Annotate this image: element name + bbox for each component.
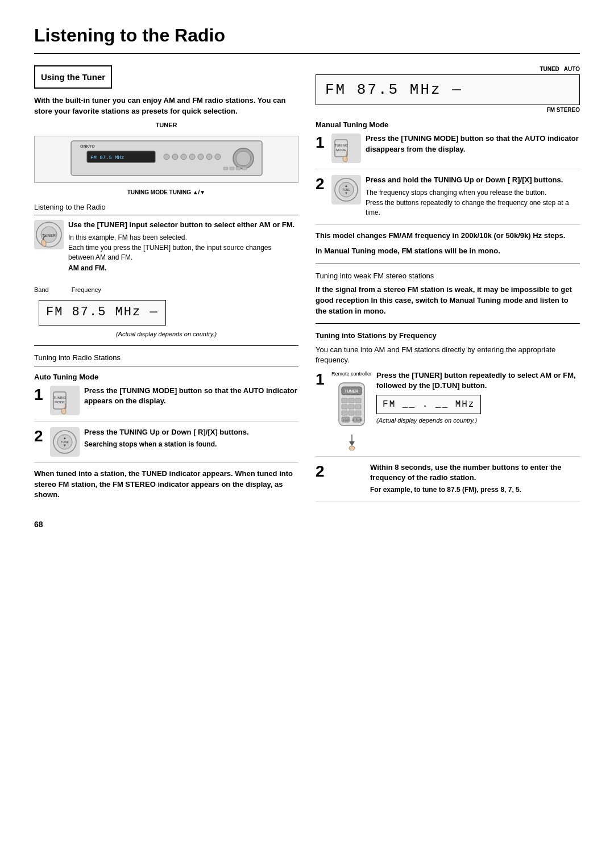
svg-rect-47 [355,404,361,409]
manual-step2-number: 2 [316,176,327,192]
tuned-auto-labels: TUNED AUTO [316,65,580,73]
freq-step2-number: 2 [316,464,327,479]
svg-text:TUNER: TUNER [345,389,358,393]
auto-step1-bold: Press the [TUNING MODE] button so that t… [84,386,298,406]
left-fm-display: FM 87.5 MHz — [39,300,166,326]
left-fm-display-wrapper: FM 87.5 MHz — [39,295,298,330]
model-note2: In Manual Tuning mode, FM stations will … [316,246,580,257]
remote-controller-svg: TUNER +10 D.TUN [336,380,367,431]
manual-step1-content: Press the [TUNING MODE] button so that t… [366,133,580,156]
auto-step1-number: 1 [34,387,45,403]
manual-tuning-mode-icon: TUNING MODE [331,133,361,163]
selector-instruction-row: TUNER Use the [TUNER] input selector but… [34,220,298,279]
tuner-select-icon: TUNER [34,220,64,249]
remote-controller-label: Remote controller [331,370,372,378]
svg-text:MODE: MODE [55,400,65,404]
right-display-wrapper: TUNED AUTO FM 87.5 MHz — FM STEREO [316,65,580,114]
freq-step1-number: 1 [316,372,327,387]
tuning-mode-icon-1: TUNING MODE [50,386,80,415]
manual-step2-sub1: The frequency stops changing when you re… [366,188,580,198]
weak-fm-note: If the signal from a stereo FM station i… [316,285,580,317]
svg-text:D.TUN: D.TUN [352,418,362,422]
svg-rect-49 [349,411,354,415]
svg-rect-44 [355,398,361,403]
svg-text:ONKYO: ONKYO [80,144,95,148]
svg-point-12 [236,151,251,166]
page-title: Listening to the Radio [34,23,580,54]
svg-text:TUNING: TUNING [53,396,67,399]
manual-step1-row: 1 TUNING MODE Press the [TUNING MODE] bu… [316,133,580,169]
svg-point-7 [189,154,195,160]
manual-tuning-title: Manual Tuning Mode [316,120,580,130]
svg-rect-48 [342,411,347,415]
band-label: Band [34,286,49,294]
svg-rect-46 [349,404,354,409]
svg-rect-14 [230,167,234,170]
svg-point-5 [172,154,178,160]
svg-rect-45 [342,404,347,409]
page-number: 68 [34,519,580,531]
svg-text:TUNING: TUNING [335,144,348,147]
svg-text:▲: ▲ [63,436,67,440]
fm-stereo-label: FM STEREO [316,106,580,114]
band-freq-labels: Band Frequency [34,286,298,294]
tuner-label: TUNER [34,121,298,130]
tuner-device-svg: ONKYO FM 87.5 MHz [70,140,263,177]
svg-text:▲: ▲ [345,184,348,187]
manual-step2-bold: Press and hold the TUNING Up or Down [ R… [366,175,580,185]
svg-rect-15 [236,167,240,170]
svg-text:▼: ▼ [345,191,348,195]
svg-point-9 [206,154,212,160]
down-arrow-hand-svg [343,433,360,450]
auto-step1-row: 1 TUNING MODE Press the [TUNING MODE] bu… [34,386,298,422]
model-note1: This model changes FM/AM frequency in 20… [316,231,580,241]
svg-text:TUNE: TUNE [342,188,350,191]
auto-step2-number: 2 [34,428,45,444]
svg-point-10 [215,154,221,160]
svg-text:FM 87.5 MHz: FM 87.5 MHz [90,155,124,161]
am-fm-label: AM and FM. [68,264,298,273]
svg-point-8 [198,154,204,160]
svg-text:TUNE: TUNE [61,440,69,444]
freq-step1-row: 1 Remote controller TUNER [316,370,580,457]
right-column: TUNED AUTO FM 87.5 MHz — FM STEREO Manua… [316,65,580,508]
freq-display: FM __ . __ MHz [376,395,481,414]
auto-step2-bold: Press the TUNING Up or Down [ R]/[X] but… [84,427,298,437]
auto-tuning-title: Auto Tuning Mode [34,372,298,382]
svg-text:▼: ▼ [63,444,67,447]
freq-step1-content: Press the [TUNER] button repeatedly to s… [376,370,580,425]
radio-stations-label: Tuning into Radio Stations [34,353,298,366]
using-tuner-title: Using the Tuner [41,71,105,83]
selector-instruction-content: Use the [TUNER] input selector button to… [68,220,298,274]
freq-step2-content: Within 8 seconds, use the number buttons… [370,462,580,496]
intro-text: With the built-in tuner you can enjoy AM… [34,95,298,117]
svg-rect-16 [242,167,247,170]
tuning-updown-icon: ▲ ▼ TUNE [50,427,80,457]
freq-display-wrapper: FM __ . __ MHz [376,395,580,414]
manual-step2-row: 2 ▲ ▼ TUNE Press and hold the TUNING Up … [316,175,580,225]
manual-tuning-updown-icon: ▲ ▼ TUNE [331,175,361,205]
svg-point-6 [181,154,186,160]
manual-step1-number: 1 [316,135,327,151]
svg-rect-42 [342,398,347,403]
selector-sub2: Each time you press the [TUNER] button, … [68,243,298,262]
manual-step1-bold: Press the [TUNING MODE] button so that t… [366,133,580,154]
freq-actual-note: (Actual display depends on country.) [376,416,580,425]
freq-step1-bold: Press the [TUNER] button repeatedly to s… [376,370,580,391]
tuner-diagram: ONKYO FM 87.5 MHz [34,136,298,183]
svg-point-4 [164,154,169,160]
listening-label: Listening to the Radio [34,202,298,215]
selector-sub1: In this example, FM has been selected. [68,233,298,243]
auto-step2-content: Press the TUNING Up or Down [ R]/[X] but… [84,427,298,450]
weak-fm-label: Tuning into weak FM stereo stations [316,271,580,281]
freq-step2-sub: For example, to tune to 87.5 (FM), press… [370,485,580,495]
auto-step2-sub: Searching stops when a station is found. [84,440,298,449]
tuning-freq-title: Tuning into Stations by Frequency [316,331,580,341]
svg-point-57 [349,446,355,450]
auto-step2-row: 2 ▲ ▼ TUNE Press the TUNING Up or Down [… [34,427,298,463]
left-column: Using the Tuner With the built-in tuner … [34,65,298,508]
freq-label-left: Frequency [72,286,101,294]
svg-rect-43 [349,398,354,403]
svg-rect-50 [355,411,361,415]
manual-step2-sub2: Press the buttons repeatedly to change t… [366,198,580,218]
